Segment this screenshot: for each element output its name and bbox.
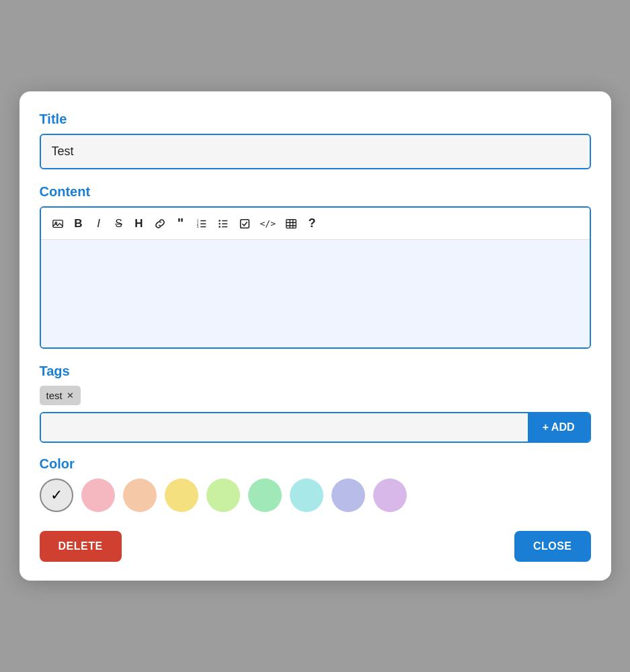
toolbar-quote-btn[interactable]: " [171, 213, 190, 234]
svg-text:3: 3 [196, 225, 198, 228]
content-section: Content B [40, 184, 591, 349]
tag-list: test ✕ [40, 386, 591, 412]
tags-label: Tags [40, 364, 591, 379]
toolbar-unordered-list-btn[interactable] [213, 215, 233, 233]
toolbar-help-btn[interactable]: ? [303, 214, 321, 233]
color-swatch-lilac[interactable] [373, 478, 407, 512]
delete-button[interactable]: DELETE [40, 531, 122, 562]
modal-dialog: Title Content B [19, 91, 611, 581]
strike-icon: S [115, 218, 122, 230]
color-swatch-peach[interactable] [123, 478, 157, 512]
tag-input[interactable] [41, 413, 528, 442]
toolbar-heading-btn[interactable]: H [130, 214, 149, 233]
color-swatch-light-green[interactable] [206, 478, 240, 512]
color-swatch-pink[interactable] [81, 478, 115, 512]
bold-icon: B [74, 217, 82, 230]
close-button[interactable]: CLOSE [514, 531, 591, 562]
tag-label: test [46, 390, 63, 401]
svg-point-11 [219, 220, 221, 222]
toolbar-strike-btn[interactable]: S [110, 215, 128, 233]
link-icon [154, 218, 166, 230]
footer-row: DELETE CLOSE [40, 531, 591, 562]
color-swatch-lavender[interactable] [331, 478, 365, 512]
tag-remove-btn[interactable]: ✕ [67, 390, 74, 401]
tags-section: Tags test ✕ + ADD [40, 364, 591, 443]
title-input[interactable] [40, 134, 591, 169]
italic-icon: I [97, 217, 100, 230]
toolbar-code-btn[interactable]: </> [256, 216, 280, 231]
toolbar-table-btn[interactable] [281, 215, 301, 233]
color-swatch-cyan[interactable] [290, 478, 323, 512]
modal-overlay: Title Content B [0, 0, 630, 672]
help-icon: ? [308, 216, 315, 230]
color-swatch-white[interactable]: ✓ [40, 478, 73, 512]
toolbar-italic-btn[interactable]: I [89, 214, 108, 233]
code-icon: </> [260, 218, 276, 228]
toolbar-bold-btn[interactable]: B [69, 214, 88, 233]
color-section: Color ✓ [40, 456, 591, 512]
tag-add-row: + ADD [40, 412, 591, 443]
title-label: Title [40, 112, 591, 127]
ordered-list-icon: 1 2 3 [196, 218, 208, 230]
toolbar-checkbox-btn[interactable] [235, 215, 255, 233]
color-swatches: ✓ [40, 478, 591, 512]
checkmark-icon: ✓ [50, 487, 63, 504]
add-tag-button[interactable]: + ADD [528, 413, 590, 442]
toolbar-link-btn[interactable] [150, 215, 170, 233]
color-label: Color [40, 456, 591, 472]
quote-icon: " [178, 216, 184, 231]
editor-toolbar: B I S H [41, 208, 590, 240]
toolbar-image-btn[interactable] [48, 215, 68, 233]
checkbox-icon [239, 218, 251, 230]
svg-rect-0 [52, 220, 62, 227]
heading-icon: H [134, 217, 143, 230]
tag-item: test ✕ [40, 386, 81, 405]
content-label: Content [40, 184, 591, 200]
color-swatch-green[interactable] [248, 478, 282, 512]
unordered-list-icon [217, 218, 229, 230]
image-icon [52, 218, 64, 230]
svg-rect-15 [286, 219, 296, 228]
svg-point-12 [219, 222, 221, 224]
editor-wrapper: B I S H [40, 206, 591, 349]
toolbar-ordered-list-btn[interactable]: 1 2 3 [192, 215, 212, 233]
editor-content-area[interactable] [41, 240, 590, 347]
svg-point-13 [219, 226, 221, 228]
color-swatch-yellow[interactable] [165, 478, 198, 512]
svg-rect-14 [240, 219, 249, 228]
table-icon [285, 218, 297, 230]
